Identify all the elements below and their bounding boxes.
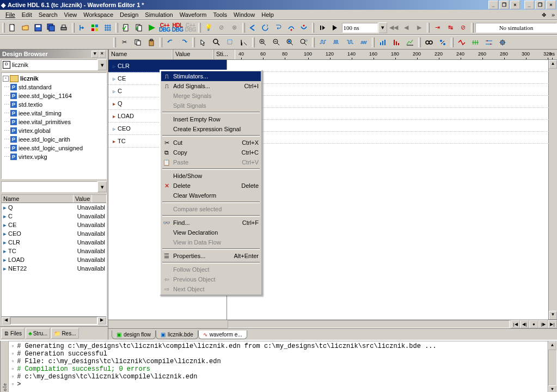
menu-tools[interactable]: Tools xyxy=(210,10,230,19)
time-ruler[interactable]: 4060801001201401601802002202402602803003… xyxy=(235,50,557,59)
step-out-button[interactable] xyxy=(298,22,310,34)
menu-view[interactable]: View xyxy=(61,10,81,19)
zoom-button[interactable] xyxy=(210,36,223,48)
menu-workspace[interactable]: Workspace xyxy=(80,10,117,19)
context-menu-item[interactable]: 👓Find...Ctrl+F xyxy=(161,218,261,228)
cmp-button[interactable] xyxy=(482,36,495,48)
new-button[interactable] xyxy=(7,22,19,34)
library-select-field[interactable]: D licznik xyxy=(1,59,97,70)
stim-button[interactable] xyxy=(455,36,468,48)
tree-collapse-icon[interactable]: - xyxy=(3,76,9,82)
step-over-button[interactable] xyxy=(285,22,297,34)
mdi-close-button[interactable]: × xyxy=(546,1,556,9)
menu-design[interactable]: Design xyxy=(117,10,142,19)
library-tree[interactable]: - licznik ⋯Pstd.standard⋯Pieee.std_logic… xyxy=(1,72,107,179)
prop-row[interactable]: ▸CEOUnavailabl xyxy=(2,229,106,238)
menu-help[interactable]: Help xyxy=(258,10,277,19)
chart3-button[interactable] xyxy=(403,36,417,48)
paste-button[interactable] xyxy=(145,36,158,48)
compile-file-button[interactable] xyxy=(120,22,132,34)
close-panel-icon[interactable]: × xyxy=(99,51,106,58)
props-col-value[interactable]: Value xyxy=(74,195,92,203)
context-menu-item[interactable]: View Declaration xyxy=(161,228,261,237)
open-button[interactable] xyxy=(19,22,32,34)
folder-tab-files[interactable]: 🗎Files xyxy=(1,328,25,339)
context-menu-item[interactable]: ✂CutCtrl+X xyxy=(161,138,261,148)
lightbulb-button[interactable]: 💡 xyxy=(203,22,215,34)
tab-licznik-bde[interactable]: ▣ licznik.bde xyxy=(156,330,198,339)
run-time-input[interactable] xyxy=(342,23,378,33)
bar-next-button[interactable]: |▶ xyxy=(538,320,548,328)
grid-button[interactable] xyxy=(102,22,114,34)
cut-button[interactable]: ✂ xyxy=(118,36,131,48)
break-toggle-button[interactable]: ↹ xyxy=(444,22,457,34)
chart2-button[interactable] xyxy=(390,36,403,48)
zoom-out-button[interactable] xyxy=(270,36,283,48)
wave-col-value[interactable]: Value xyxy=(173,50,213,59)
print-button[interactable] xyxy=(58,22,70,34)
tree-item[interactable]: ⋯Pstd.standard xyxy=(3,83,105,91)
make-button[interactable] xyxy=(145,22,158,34)
goto-start-button[interactable]: |◀ xyxy=(511,320,520,328)
folder-tab-res[interactable]: 📁Res... xyxy=(51,328,78,339)
console-text[interactable]: ▫# Generating c:\my_designs\tc\licznik\c… xyxy=(8,341,557,392)
context-menu-item[interactable]: Insert Empty Row xyxy=(161,114,261,124)
prop-row[interactable]: ▸CEUnavailabl xyxy=(2,220,106,229)
gen-hdl-button[interactable]: HDLDBG xyxy=(172,22,184,34)
entity-dropdown-button[interactable]: ▾ xyxy=(97,181,107,192)
back-button[interactable] xyxy=(247,22,259,34)
waveform-canvas[interactable]: ▲ ▼ xyxy=(227,60,557,320)
compile-all-button[interactable] xyxy=(133,22,145,34)
context-menu-item[interactable]: ☰Properties...Alt+Enter xyxy=(161,251,261,261)
addsig-button[interactable] xyxy=(469,36,482,48)
menu-overflow-icon[interactable]: » xyxy=(549,11,557,18)
zoom-in-button[interactable] xyxy=(256,36,270,48)
minimize-button[interactable]: _ xyxy=(488,1,498,9)
prop-row[interactable]: ▸NET22Unavailabl xyxy=(2,264,106,273)
break-button[interactable]: ⇥ xyxy=(431,22,444,34)
entity-select-field[interactable] xyxy=(1,181,97,192)
wave-col-sti[interactable]: Sti... xyxy=(213,50,235,59)
context-menu-item[interactable]: Create Expression Signal xyxy=(161,124,261,134)
measure-button[interactable] xyxy=(237,36,250,48)
pin-icon[interactable]: ▾ xyxy=(91,51,99,58)
pointer-button[interactable] xyxy=(197,36,210,48)
zoom-fit-button[interactable] xyxy=(284,36,297,48)
context-menu-item[interactable]: ⎍Add Signals...Ctrl+I xyxy=(161,81,261,91)
find-button[interactable] xyxy=(423,36,436,48)
(dis)-button[interactable]: C++DBG xyxy=(184,22,197,34)
copy-button[interactable] xyxy=(131,36,144,48)
bar-prev-button[interactable]: ◀| xyxy=(520,320,529,328)
context-menu-item[interactable]: Hide/Show xyxy=(161,171,261,181)
bar-center-button[interactable]: ● xyxy=(529,320,538,328)
save-button[interactable] xyxy=(32,22,45,34)
chart1-button[interactable] xyxy=(376,36,389,48)
break-disable-button[interactable]: ⊘ xyxy=(457,22,469,34)
menu-edit[interactable]: Edit xyxy=(19,10,35,19)
wave-col-name[interactable]: Name xyxy=(108,50,173,59)
context-menu-item[interactable]: Clear Waveform xyxy=(161,191,261,200)
gen-cpp-button[interactable]: C++DBG xyxy=(158,22,171,34)
mdi-restore-button[interactable]: ❐ xyxy=(535,1,545,9)
wave4-button[interactable] xyxy=(357,36,370,48)
restore-button[interactable]: ❐ xyxy=(499,1,509,9)
goto-end-button[interactable]: ▶| xyxy=(548,320,557,328)
prop-row[interactable]: ▸TCUnavailabl xyxy=(2,247,106,255)
tab-waveform[interactable]: ∿ waveform e... xyxy=(198,330,247,339)
waveform-bottom-scroll[interactable]: |◀ ◀| ● |▶ ▶| xyxy=(108,320,557,328)
tree-item[interactable]: ⋯Pvirtex.global xyxy=(3,126,105,135)
refresh-button[interactable] xyxy=(259,22,272,34)
menu-search[interactable]: Search xyxy=(35,10,61,19)
expsig-button[interactable] xyxy=(496,36,509,48)
tree-item[interactable]: ⋯Pieee.std_logic_1164 xyxy=(3,91,105,100)
menu-window[interactable]: Window xyxy=(230,10,258,19)
settings-button[interactable] xyxy=(89,22,101,34)
menu-file[interactable]: File xyxy=(2,10,19,19)
save-all-button[interactable] xyxy=(45,22,58,34)
tab-design-flow[interactable]: ▣ design flow xyxy=(112,330,156,339)
context-menu-item[interactable]: ✕DeleteDelete xyxy=(161,181,261,191)
wave3-button[interactable] xyxy=(344,36,357,48)
compile-button[interactable] xyxy=(76,22,89,34)
mdi-minimize-button[interactable]: _ xyxy=(524,1,534,9)
wave2-button[interactable] xyxy=(330,36,343,48)
